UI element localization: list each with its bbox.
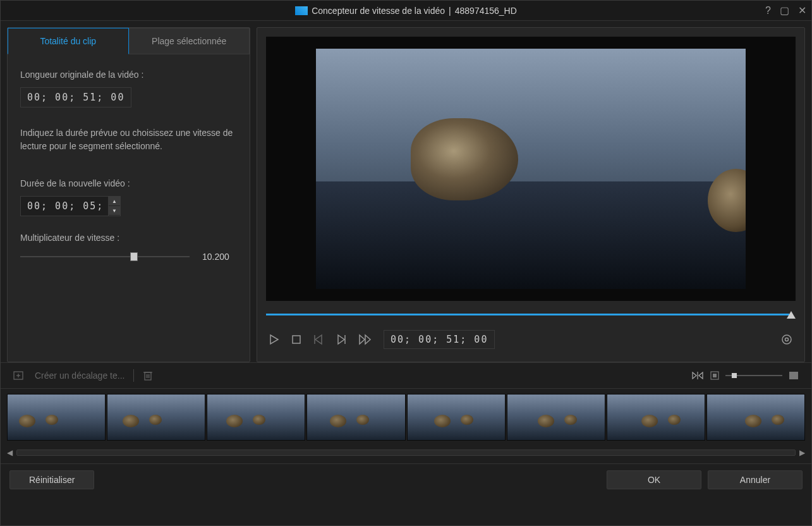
- svg-point-8: [782, 335, 791, 344]
- help-icon[interactable]: ?: [765, 5, 771, 16]
- new-duration-input[interactable]: [20, 196, 109, 216]
- tab-selected-range[interactable]: Plage sélectionnée: [129, 28, 250, 54]
- delete-icon[interactable]: [143, 370, 153, 381]
- settings-gear-icon[interactable]: [780, 333, 793, 346]
- app-icon: [295, 6, 308, 15]
- video-preview[interactable]: [266, 37, 796, 301]
- thumbnail-strip[interactable]: [1, 389, 811, 446]
- svg-marker-0: [270, 335, 278, 344]
- timeline-thumb[interactable]: [607, 394, 705, 441]
- svg-point-9: [785, 338, 789, 341]
- player-timecode[interactable]: 00; 00; 51; 00: [384, 330, 495, 349]
- timeline-thumb[interactable]: [407, 394, 506, 441]
- reset-button[interactable]: Réinitialiser: [9, 470, 94, 489]
- title-separator: |: [449, 6, 451, 16]
- timeline-thumb[interactable]: [7, 394, 106, 441]
- add-shift-icon[interactable]: [13, 370, 26, 381]
- zoom-out-icon[interactable]: [710, 371, 719, 380]
- speed-multiplier-value: 10.200: [202, 252, 237, 262]
- timeline-thumb[interactable]: [306, 394, 405, 441]
- next-frame-button[interactable]: [336, 334, 347, 345]
- stop-button[interactable]: [291, 334, 301, 345]
- seek-thumb[interactable]: [787, 311, 796, 319]
- svg-marker-20: [699, 372, 703, 379]
- timeline-thumb[interactable]: [107, 394, 205, 441]
- svg-marker-2: [315, 335, 322, 344]
- timeline-toolbar: Créer un décalage te...: [1, 362, 811, 389]
- play-button[interactable]: [269, 334, 280, 345]
- prev-frame-button[interactable]: [313, 334, 324, 345]
- titlebar: Concepteur de vitesse de la vidéo | 4889…: [1, 1, 811, 21]
- timeline-scrollbar[interactable]: [16, 450, 796, 456]
- timeline-thumb[interactable]: [706, 394, 805, 441]
- seek-bar[interactable]: [266, 311, 796, 317]
- duration-hint: Indiquez la durée prévue ou choisissez u…: [20, 126, 237, 153]
- cancel-button[interactable]: Annuler: [708, 470, 803, 489]
- original-length-value: 00; 00; 51; 00: [20, 87, 131, 107]
- duration-step-up[interactable]: ▲: [109, 197, 120, 206]
- fast-forward-button[interactable]: [358, 334, 372, 345]
- zoom-slider[interactable]: [725, 372, 782, 379]
- scroll-right-icon[interactable]: ▶: [799, 448, 805, 457]
- maximize-icon[interactable]: ▢: [780, 4, 789, 16]
- speed-multiplier-label: Multiplicateur de vitesse :: [20, 233, 237, 243]
- preview-panel: 00; 00; 51; 00: [257, 27, 805, 362]
- scroll-left-icon[interactable]: ◀: [7, 448, 13, 457]
- zoom-fit-icon[interactable]: [789, 371, 799, 380]
- ok-button[interactable]: OK: [607, 470, 701, 489]
- svg-marker-7: [365, 335, 370, 344]
- new-duration-label: Durée de la nouvelle vidéo :: [20, 178, 237, 188]
- tab-entire-clip[interactable]: Totalité du clip: [8, 28, 129, 54]
- duration-step-down[interactable]: ▼: [109, 206, 120, 216]
- svg-rect-23: [789, 372, 798, 379]
- original-length-label: Longueur originale de la vidéo :: [20, 70, 237, 80]
- close-icon[interactable]: ✕: [798, 4, 806, 16]
- video-speed-designer-window: Concepteur de vitesse de la vidéo | 4889…: [0, 0, 812, 526]
- zoom-slider-thumb[interactable]: [732, 373, 737, 378]
- clip-name: 488974156_HD: [455, 6, 517, 16]
- timeline-thumb[interactable]: [207, 394, 305, 441]
- svg-rect-1: [293, 336, 300, 343]
- snap-icon[interactable]: [691, 371, 704, 380]
- app-title: Concepteur de vitesse de la vidéo: [312, 6, 445, 16]
- svg-rect-22: [713, 374, 717, 377]
- timeline-thumb[interactable]: [507, 394, 605, 441]
- speed-slider-thumb[interactable]: [130, 252, 138, 261]
- svg-marker-4: [338, 335, 344, 344]
- settings-panel: Totalité du clip Plage sélectionnée Long…: [7, 27, 250, 362]
- svg-marker-18: [693, 372, 696, 379]
- svg-marker-6: [360, 335, 365, 344]
- speed-slider[interactable]: [20, 250, 190, 263]
- create-shift-label[interactable]: Créer un décalage te...: [35, 370, 124, 381]
